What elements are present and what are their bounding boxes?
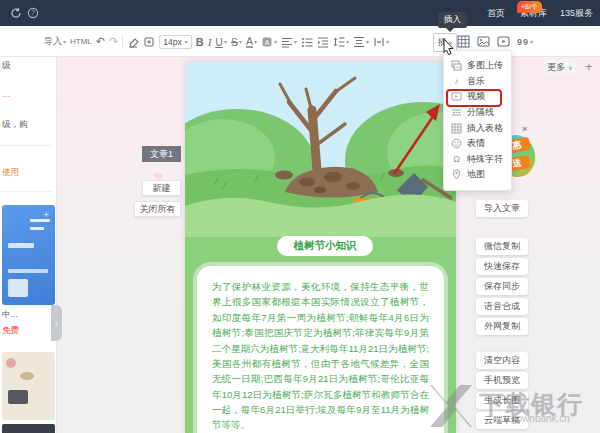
letter-spacing-dropdown[interactable]: ▾ <box>373 36 389 48</box>
bold-button[interactable]: B <box>196 36 204 48</box>
template-sidebar: 级 … 级，购 使用 ＋ 中... 免费 <box>0 57 57 433</box>
template-thumbnail-blue[interactable]: ＋ <box>2 205 55 305</box>
tree-planting-illustration <box>185 62 456 237</box>
media-icon[interactable] <box>497 35 510 48</box>
article-page[interactable]: 植树节小知识 为了保护林业资源，美化环境，保持生态平衡，世界上很多国家都根据本国… <box>185 62 456 433</box>
strikethrough-dropdown[interactable]: S▾ <box>231 36 242 48</box>
mouse-cursor-icon <box>443 38 455 55</box>
new-article-button[interactable]: 新建 <box>142 180 181 196</box>
menu-item-label: 插入表格 <box>467 122 503 135</box>
refresh-icon[interactable] <box>10 7 22 19</box>
tab-article-1[interactable]: 文章1 <box>142 146 181 162</box>
bg-color-dropdown[interactable]: A▾ <box>261 36 277 48</box>
menu-item-label: 多图上传 <box>467 59 503 72</box>
clear-content-button[interactable]: 清空内容 <box>476 352 528 369</box>
omega-icon: Ω <box>451 154 462 165</box>
menu-item-emoji[interactable]: 表情 <box>444 136 511 152</box>
insert-dropdown-menu: 多图上传 ♪ 音乐 视频 分隔线 插入表格 表情 Ω 特殊字符 地图 <box>443 50 512 191</box>
materials-count-badge: +8/个 <box>517 1 542 13</box>
speech-synthesis-button[interactable]: 语音合成 <box>476 298 528 315</box>
import-article-button[interactable]: 导入文章 <box>476 200 528 217</box>
article-title-badge: 植树节小知识 <box>277 236 373 256</box>
menu-item-label: 音乐 <box>467 75 485 88</box>
sidebar-text-fragment: 级，购 <box>2 119 28 131</box>
menu-item-label: 视频 <box>467 90 485 103</box>
images-icon <box>451 60 462 71</box>
template-thumbnail-beige[interactable] <box>2 352 55 420</box>
add-toolbar-plus-button[interactable]: + <box>585 59 593 74</box>
paragraph-spacing-dropdown[interactable]: ▾ <box>353 36 369 48</box>
emoji-icon <box>451 138 462 149</box>
chevron-down-icon: ▾ <box>63 38 66 45</box>
svg-text:A: A <box>265 38 270 45</box>
font-size-select[interactable]: 14px▾ <box>159 35 191 49</box>
menu-item-label: 分隔线 <box>467 106 494 119</box>
eraser-icon[interactable] <box>127 36 139 48</box>
redo-icon[interactable]: ↷ <box>109 35 118 48</box>
free-badge: 免费 <box>2 325 19 337</box>
underline-dropdown[interactable]: U▾ <box>215 36 227 48</box>
menu-item-label: 地图 <box>467 168 485 181</box>
quote-dropdown[interactable]: 99▾ <box>517 37 533 47</box>
menu-item-divider-line[interactable]: 分隔线 <box>444 105 511 121</box>
line-height-dropdown[interactable]: ▾ <box>333 36 349 48</box>
bullet-list-icon[interactable] <box>301 36 313 48</box>
nav-135service-link[interactable]: 135服务 <box>560 7 593 20</box>
menu-item-label: 特殊字符 <box>467 153 503 166</box>
save-sync-button[interactable]: 保存同步 <box>476 278 528 295</box>
close-all-button[interactable]: 关闭所有 <box>134 201 181 217</box>
mobile-preview-button[interactable]: 手机预览 <box>476 372 528 389</box>
indent-icon[interactable] <box>317 36 329 48</box>
menu-item-music[interactable]: ♪ 音乐 <box>444 74 511 90</box>
menu-item-label: 表情 <box>467 137 485 150</box>
toolbar-left-group: 导入▾ HTML ↶ ↷ 14px▾ B I U▾ S▾ A▾ A▾ ▾ ▾ ▾… <box>44 26 389 57</box>
insert-tooltip: 插入 <box>438 12 467 28</box>
top-navigation-bar: ? 首页 素材库 135服务 +8/个 <box>0 0 600 26</box>
divider-icon <box>451 107 462 118</box>
menu-item-multi-image-upload[interactable]: 多图上传 <box>444 58 511 74</box>
align-dropdown[interactable]: ▾ <box>281 36 297 48</box>
chevron-down-icon: ▾ <box>185 38 188 45</box>
menu-item-map[interactable]: 地图 <box>444 167 511 183</box>
promo-close-icon[interactable]: × <box>522 124 527 134</box>
quick-save-button[interactable]: 快速保存 <box>476 258 528 275</box>
map-pin-icon <box>451 169 462 180</box>
menu-item-video[interactable]: 视频 <box>444 89 511 105</box>
template-caption: 中... <box>2 309 18 321</box>
import-dropdown[interactable]: 导入▾ <box>44 35 66 48</box>
clear-format-icon[interactable] <box>143 36 155 48</box>
article-body-text: 为了保护林业资源，美化环境，保持生态平衡，世界上很多国家都根据本国实际情况设立了… <box>212 279 429 433</box>
insert-table-icon[interactable] <box>457 35 470 48</box>
sidebar-divider <box>0 145 52 146</box>
menu-item-insert-table[interactable]: 插入表格 <box>444 120 511 136</box>
sidebar-text-fragment: 级 <box>2 60 11 72</box>
nav-home-link[interactable]: 首页 <box>487 7 505 20</box>
article-text-card[interactable]: 为了保护林业资源，美化环境，保持生态平衡，世界上很多国家都根据本国实际情况设立了… <box>197 266 444 433</box>
cloud-draft-button[interactable]: 云端草稿 <box>476 412 528 429</box>
editor-app: ? 首页 素材库 135服务 +8/个 导入▾ HTML ↶ ↷ 14px▾ B… <box>0 0 600 433</box>
external-copy-button[interactable]: 外网复制 <box>476 318 528 335</box>
generate-long-image-button[interactable]: 生成长图 <box>476 392 528 409</box>
sidebar-text-fragment-orange: … <box>2 89 11 99</box>
menu-item-special-characters[interactable]: Ω 特殊字符 <box>444 152 511 168</box>
italic-button[interactable]: I <box>208 36 212 48</box>
svg-text:?: ? <box>31 9 35 16</box>
undo-icon[interactable]: ↶ <box>96 35 105 48</box>
insert-image-icon[interactable] <box>477 35 490 48</box>
table-icon <box>451 123 462 134</box>
help-icon[interactable]: ? <box>27 7 39 19</box>
video-icon <box>451 91 462 102</box>
music-icon: ♪ <box>451 76 462 87</box>
template-thumbnail-dark[interactable] <box>2 424 55 433</box>
sidebar-use-link[interactable]: 使用 <box>2 167 19 179</box>
font-color-dropdown[interactable]: A▾ <box>246 36 257 48</box>
wechat-copy-button[interactable]: 微信复制 <box>476 238 528 255</box>
toolbar-divider <box>122 35 123 49</box>
sidebar-collapse-handle[interactable]: ‹ <box>51 305 62 341</box>
sidebar-divider <box>0 191 52 192</box>
html-button[interactable]: HTML <box>70 37 92 46</box>
more-button[interactable]: 更多∨ <box>543 59 577 75</box>
